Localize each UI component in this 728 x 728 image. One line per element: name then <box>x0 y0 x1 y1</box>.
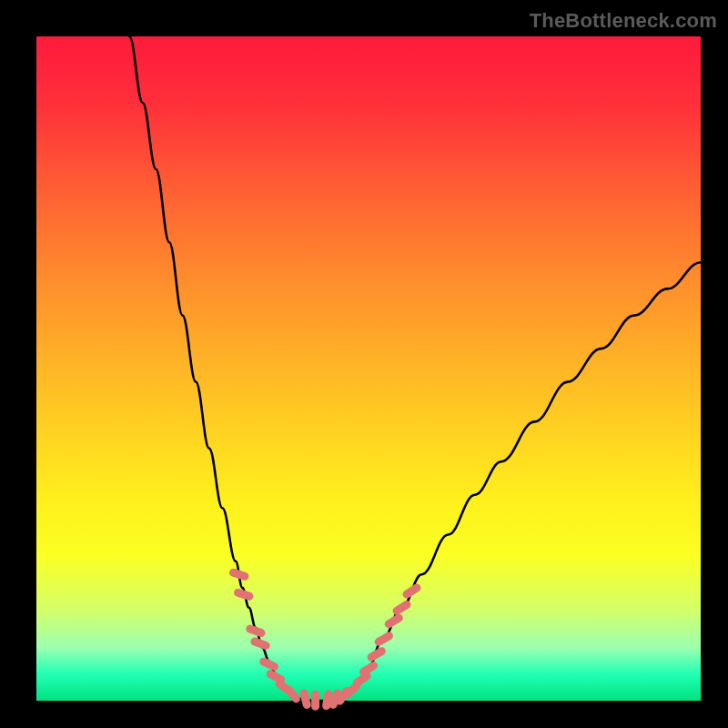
marker-pill <box>401 582 422 601</box>
marker-pill <box>283 683 302 704</box>
marker-pill <box>311 691 319 711</box>
v-curve <box>129 36 701 701</box>
marker-pill <box>245 623 267 638</box>
curve-layer <box>36 36 701 701</box>
series-left-branch <box>129 36 296 697</box>
marker-pill <box>258 656 280 672</box>
marker-pill <box>383 612 404 630</box>
plot-area <box>36 36 701 701</box>
marker-pill <box>373 631 395 648</box>
series-right-branch <box>342 262 701 697</box>
watermark-text: TheBottleneck.com <box>530 9 717 33</box>
curve-markers <box>228 568 422 711</box>
marker-pill <box>391 599 412 616</box>
